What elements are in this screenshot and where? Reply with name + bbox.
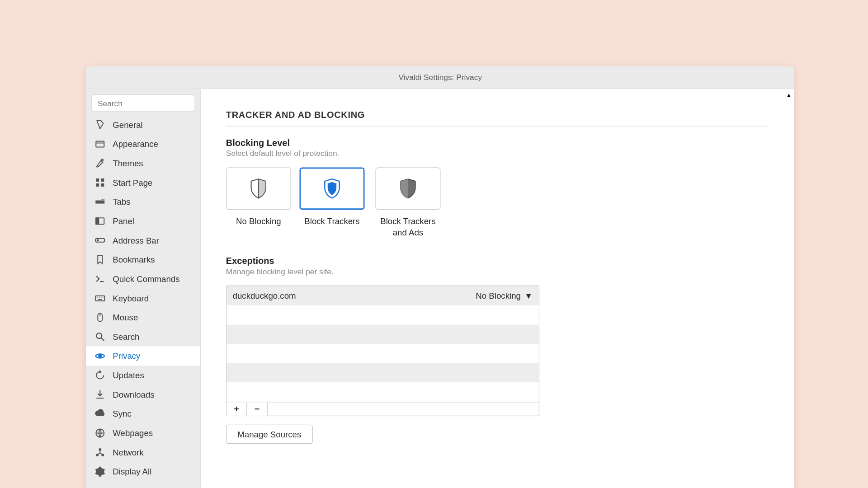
exception-level-select[interactable]: No Blocking ▼ xyxy=(476,291,533,300)
sidebar-label: Sync xyxy=(113,409,131,418)
exceptions-subtitle: Exceptions xyxy=(226,255,769,266)
svg-point-1 xyxy=(101,159,103,161)
sidebar-item-keyboard[interactable]: Keyboard xyxy=(86,289,200,308)
search-input[interactable] xyxy=(91,94,195,111)
start-page-icon xyxy=(94,177,105,188)
sidebar-label: Bookmarks xyxy=(113,255,155,264)
quick-commands-icon xyxy=(94,273,105,284)
sidebar-item-panel[interactable]: Panel xyxy=(86,211,200,231)
option-no-blocking[interactable]: No Blocking xyxy=(226,168,291,239)
shield-trackers-icon xyxy=(300,168,365,210)
svg-point-11 xyxy=(97,239,99,241)
sidebar-label: Privacy xyxy=(113,351,140,361)
sidebar-item-themes[interactable]: Themes xyxy=(86,154,200,173)
sidebar-item-privacy[interactable]: Privacy xyxy=(86,346,200,366)
sidebar-item-start-page[interactable]: Start Page xyxy=(86,173,200,192)
svg-point-15 xyxy=(99,355,101,357)
appearance-icon xyxy=(94,139,105,150)
sidebar-label: Network xyxy=(113,447,143,457)
add-exception-button[interactable]: + xyxy=(226,402,247,415)
webpages-icon xyxy=(94,427,105,438)
exception-level-label: No Blocking xyxy=(476,291,521,300)
sidebar-label: Quick Commands xyxy=(113,274,179,284)
sidebar-item-address-bar[interactable]: Address Bar xyxy=(86,231,200,250)
settings-window: Vivaldi Settings: Privacy General Appear… xyxy=(86,66,794,488)
sidebar-label: Webpages xyxy=(113,428,153,438)
sidebar-item-sync[interactable]: Sync xyxy=(86,404,200,423)
sidebar-label: Address Bar xyxy=(113,235,159,245)
panel-icon xyxy=(94,216,105,226)
themes-icon xyxy=(94,158,105,169)
tabs-icon xyxy=(94,197,105,207)
sidebar-label: Appearance xyxy=(113,139,158,149)
manage-sources-button[interactable]: Manage Sources xyxy=(226,424,313,444)
sidebar-item-mouse[interactable]: Mouse xyxy=(86,308,200,327)
svg-rect-0 xyxy=(96,141,104,147)
search-icon xyxy=(94,331,105,342)
svg-rect-2 xyxy=(96,178,99,182)
updates-icon xyxy=(94,370,105,380)
sidebar-item-appearance[interactable]: Appearance xyxy=(86,134,200,154)
sidebar-item-tabs[interactable]: Tabs xyxy=(86,192,200,211)
sidebar-item-search[interactable]: Search xyxy=(86,327,200,347)
exception-domain: duckduckgo.com xyxy=(233,291,476,300)
sidebar-item-webpages[interactable]: Webpages xyxy=(86,423,200,443)
privacy-icon xyxy=(94,351,105,361)
sidebar-label: Display All xyxy=(113,467,151,476)
option-block-trackers-ads[interactable]: Block Trackers and Ads xyxy=(373,168,443,239)
exception-row-empty xyxy=(226,324,538,344)
exception-row-empty xyxy=(226,363,538,383)
svg-rect-4 xyxy=(96,183,99,187)
scroll-up-arrow[interactable]: ▲ xyxy=(786,92,792,99)
sidebar-label: Keyboard xyxy=(113,293,149,303)
option-block-trackers[interactable]: Block Trackers xyxy=(300,168,365,239)
sidebar-item-updates[interactable]: Updates xyxy=(86,366,200,385)
sidebar-label: Panel xyxy=(113,216,134,226)
exceptions-hint: Manage blocking level per site. xyxy=(226,267,769,276)
exception-row-empty xyxy=(226,382,538,402)
gear-icon xyxy=(94,466,105,477)
exceptions-list: duckduckgo.com No Blocking ▼ + − xyxy=(226,286,539,416)
svg-point-19 xyxy=(99,449,101,450)
sidebar-label: General xyxy=(113,120,142,129)
content-area: ▲ TRACKER AND AD BLOCKING Blocking Level… xyxy=(201,89,794,488)
sidebar-item-network[interactable]: Network xyxy=(86,443,200,462)
section-title: TRACKER AND AD BLOCKING xyxy=(226,110,769,127)
sidebar-label: Start Page xyxy=(113,178,152,187)
window-title: Vivaldi Settings: Privacy xyxy=(86,66,794,89)
keyboard-icon xyxy=(94,293,105,304)
exception-row[interactable]: duckduckgo.com No Blocking ▼ xyxy=(226,286,538,305)
sidebar-item-display-all[interactable]: Display All xyxy=(86,462,200,481)
exception-row-empty xyxy=(226,344,538,363)
option-label: No Blocking xyxy=(236,216,281,227)
sidebar-item-bookmarks[interactable]: Bookmarks xyxy=(86,250,200,269)
sidebar-label: Themes xyxy=(113,159,143,168)
svg-rect-9 xyxy=(96,218,99,224)
svg-rect-5 xyxy=(101,183,104,187)
shield-full-icon xyxy=(375,168,440,210)
blocking-options: No Blocking Block Trackers Block Tracker… xyxy=(226,168,769,239)
sidebar: General Appearance Themes Start Page Tab… xyxy=(86,89,201,488)
sidebar-label: Downloads xyxy=(113,389,154,399)
option-label: Block Trackers xyxy=(304,216,359,227)
downloads-icon xyxy=(94,389,105,400)
svg-rect-6 xyxy=(95,201,104,204)
bookmarks-icon xyxy=(94,254,105,265)
blocking-subtitle: Blocking Level xyxy=(226,137,769,148)
exception-toolbar: + − xyxy=(226,402,538,416)
sidebar-label: Updates xyxy=(113,371,144,380)
svg-rect-12 xyxy=(95,296,104,301)
sidebar-label: Mouse xyxy=(113,313,138,322)
option-label: Block Trackers and Ads xyxy=(373,216,443,238)
sidebar-item-downloads[interactable]: Downloads xyxy=(86,385,200,404)
blocking-hint: Select default level of protection. xyxy=(226,149,769,158)
sidebar-item-quick-commands[interactable]: Quick Commands xyxy=(86,269,200,289)
exception-row-empty xyxy=(226,305,538,325)
sidebar-item-general[interactable]: General xyxy=(86,115,200,135)
chevron-down-icon: ▼ xyxy=(524,291,533,300)
address-bar-icon xyxy=(94,235,105,246)
remove-exception-button[interactable]: − xyxy=(247,402,268,415)
search-container xyxy=(91,94,195,111)
general-icon xyxy=(94,119,105,130)
sync-icon xyxy=(94,408,105,419)
